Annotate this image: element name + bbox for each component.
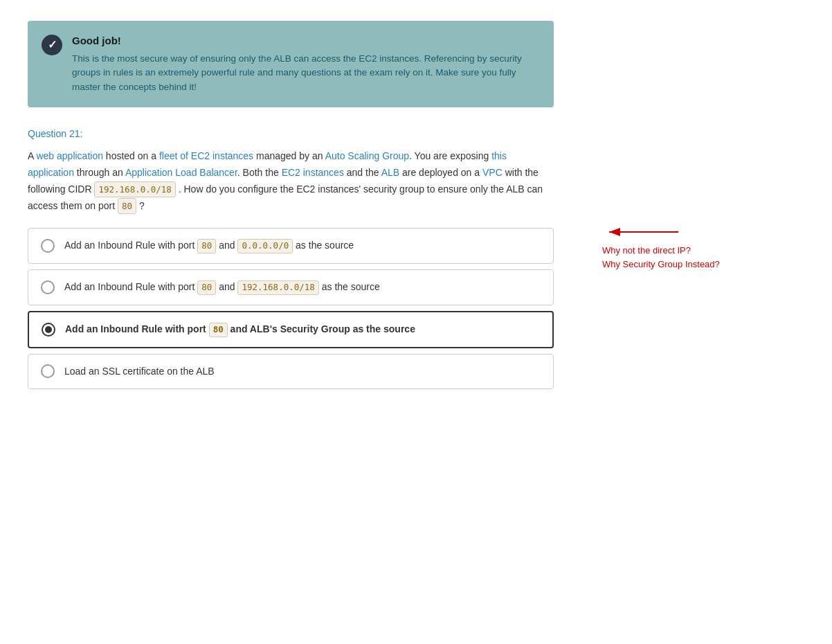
opt2-port: 80 [197,280,216,295]
banner-text: Good job! This is the most secure way of… [72,33,540,95]
option-2[interactable]: Add an Inbound Rule with port 80 and 192… [28,269,554,305]
good-job-banner: Good job! This is the most secure way of… [28,21,554,107]
q-port-badge: 80 [118,198,136,214]
option-3-text: Add an Inbound Rule with port 80 and ALB… [65,322,415,337]
option-4-text: Load an SSL certificate on the ALB [64,364,215,379]
radio-4 [41,364,55,378]
option-1-text: Add an Inbound Rule with port 80 and 0.0… [64,238,354,253]
q-alb: ALB [381,167,399,178]
option-1[interactable]: Add an Inbound Rule with port 80 and 0.0… [28,228,554,264]
banner-title: Good job! [72,33,540,49]
annotation-container: Why not the direct IP? Why Security Grou… [602,222,720,271]
q-cidr-badge: 192.168.0.0/18 [94,181,175,197]
q-fleet: fleet of EC2 instances [159,150,253,161]
q-asg: Auto Scaling Group [325,150,409,161]
banner-body: This is the most secure way of ensuring … [72,52,540,96]
option-2-text: Add an Inbound Rule with port 80 and 192… [64,280,380,295]
question-label: Question 21: [28,127,804,141]
options-container: Add an Inbound Rule with port 80 and 0.0… [28,228,554,394]
q-ec2: EC2 instances [282,167,344,178]
opt3-port: 80 [209,323,228,337]
annotation-arrow [602,222,685,242]
question-text: A web application hosted on a fleet of E… [28,148,554,214]
option-3[interactable]: Add an Inbound Rule with port 80 and ALB… [28,311,554,348]
radio-3-fill [45,326,52,333]
q-vpc: VPC [482,167,503,178]
radio-1 [41,239,55,253]
q-alb-ref: Application Load Balancer [125,167,237,178]
radio-3 [42,323,55,337]
opt1-port: 80 [197,239,216,253]
annotation-text: Why not the direct IP? Why Security Grou… [602,244,720,271]
radio-2 [41,280,55,294]
opt2-source: 192.168.0.0/18 [237,280,318,295]
check-circle-icon [42,35,62,55]
option-4[interactable]: Load an SSL certificate on the ALB [28,354,554,389]
page-wrapper: Good job! This is the most secure way of… [0,0,832,415]
opt1-source: 0.0.0.0/0 [237,239,293,253]
q-web-app: web application [36,150,103,161]
